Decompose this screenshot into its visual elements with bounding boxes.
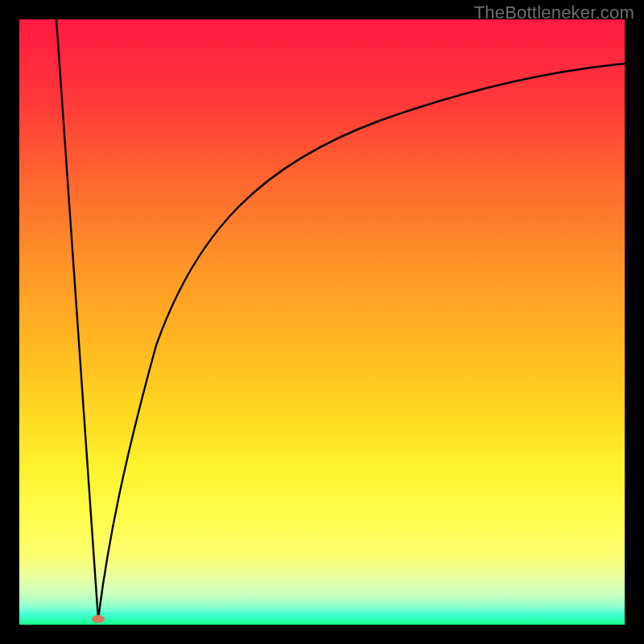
svg-rect-1 [0, 625, 644, 644]
svg-rect-3 [625, 0, 644, 644]
watermark-text: TheBottleneker.com [474, 2, 634, 23]
svg-rect-2 [0, 0, 19, 644]
chart-frame [0, 0, 644, 644]
chart-container: TheBottleneker.com [0, 0, 644, 644]
